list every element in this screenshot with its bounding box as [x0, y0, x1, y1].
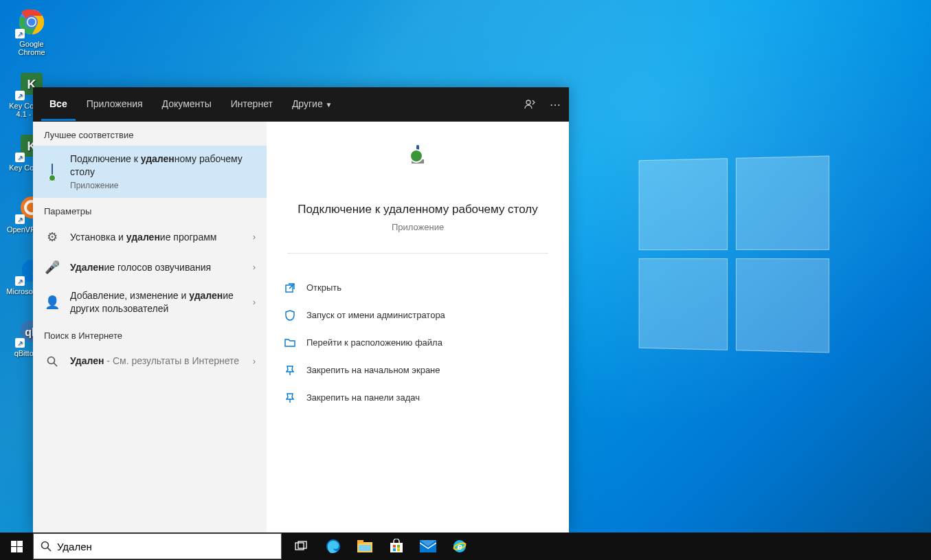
folder-icon	[283, 336, 297, 350]
svg-rect-34	[397, 548, 400, 551]
svg-rect-20	[11, 547, 16, 552]
action-pin-start[interactable]: Закрепить на начальном экране	[279, 357, 557, 384]
taskbar-search-box[interactable]	[33, 533, 282, 559]
shield-icon	[283, 309, 297, 322]
results-list: Лучшее соответствие Подключение к удален…	[33, 122, 267, 533]
svg-rect-19	[17, 541, 23, 546]
tab-internet[interactable]: Интернет	[223, 89, 281, 121]
tab-docs[interactable]: Документы	[154, 89, 220, 121]
preview-app-icon	[397, 146, 438, 188]
svg-point-12	[526, 100, 530, 104]
taskbar-ie-icon[interactable]: e	[444, 533, 475, 560]
action-open[interactable]: Открыть	[279, 274, 557, 302]
gear-icon: ⚙	[44, 229, 60, 245]
search-panel: Все Приложения Документы Интернет Другие…	[33, 87, 569, 533]
svg-rect-21	[17, 547, 23, 552]
taskbar-edge-icon[interactable]	[317, 533, 349, 560]
pin-icon	[283, 391, 297, 405]
chevron-right-icon: ›	[253, 298, 256, 307]
svg-point-3	[28, 19, 36, 26]
task-view-icon[interactable]	[286, 533, 317, 560]
taskbar-store-icon[interactable]	[381, 533, 412, 560]
svg-text:e: e	[457, 541, 462, 552]
chevron-down-icon: ▼	[326, 101, 333, 109]
search-input[interactable]	[57, 541, 274, 552]
chevron-right-icon: ›	[253, 262, 256, 272]
svg-line-23	[47, 548, 51, 551]
result-manage-users[interactable]: 👤 Добавление, изменение и удаление други…	[33, 282, 267, 322]
svg-rect-32	[397, 545, 400, 548]
svg-rect-28	[357, 540, 363, 544]
chevron-right-icon: ›	[253, 357, 256, 366]
svg-rect-29	[359, 545, 371, 551]
pin-icon	[283, 363, 297, 377]
search-header: Все Приложения Документы Интернет Другие…	[33, 87, 569, 122]
feedback-icon[interactable]	[524, 98, 536, 111]
section-settings: Параметры	[33, 198, 267, 222]
result-remove-voices[interactable]: 🎤 Удаление голосов озвучивания ›	[33, 252, 267, 282]
result-remote-desktop[interactable]: Подключение к удаленному рабочему столу …	[33, 146, 267, 198]
mic-icon: 🎤	[44, 259, 60, 276]
rdp-icon	[44, 164, 60, 180]
section-web: Поиск в Интернете	[33, 322, 267, 346]
taskbar-explorer-icon[interactable]	[349, 533, 381, 560]
svg-rect-30	[390, 543, 403, 552]
taskbar: e	[0, 533, 931, 560]
section-best-match: Лучшее соответствие	[33, 122, 267, 146]
preview-title: Подключение к удаленному рабочему столу	[287, 201, 548, 218]
svg-rect-18	[11, 541, 16, 546]
chevron-right-icon: ›	[253, 232, 256, 242]
windows-logo	[639, 156, 829, 353]
more-icon[interactable]: ⋯	[550, 98, 561, 111]
preview-sub: Приложение	[287, 222, 548, 232]
icon-label: Google Chrome	[5, 40, 58, 56]
action-pin-taskbar[interactable]: Закрепить на панели задач	[279, 384, 557, 412]
tab-other[interactable]: Другие ▼	[284, 89, 341, 121]
tab-all[interactable]: Все	[41, 89, 76, 121]
search-icon	[41, 541, 52, 552]
result-uninstall-programs[interactable]: ⚙ Установка и удаление программ ›	[33, 222, 267, 252]
svg-rect-33	[393, 548, 396, 551]
svg-rect-31	[393, 545, 396, 548]
svg-line-14	[54, 363, 57, 366]
open-icon	[283, 281, 297, 295]
taskbar-mail-icon[interactable]	[412, 533, 444, 560]
action-run-admin[interactable]: Запуск от имени администратора	[279, 302, 557, 329]
result-web-search[interactable]: Удален - См. результаты в Интернете ›	[33, 346, 267, 377]
search-icon	[44, 353, 60, 370]
result-text: Подключение к удаленному рабочему столу …	[70, 153, 256, 191]
person-icon: 👤	[44, 294, 60, 311]
action-file-location[interactable]: Перейти к расположению файла	[279, 329, 557, 357]
preview-pane: Подключение к удаленному рабочему столу …	[267, 122, 569, 533]
desktop-icon-chrome[interactable]: Google Chrome	[5, 5, 58, 60]
start-button[interactable]	[0, 533, 33, 560]
tab-apps[interactable]: Приложения	[78, 89, 151, 121]
